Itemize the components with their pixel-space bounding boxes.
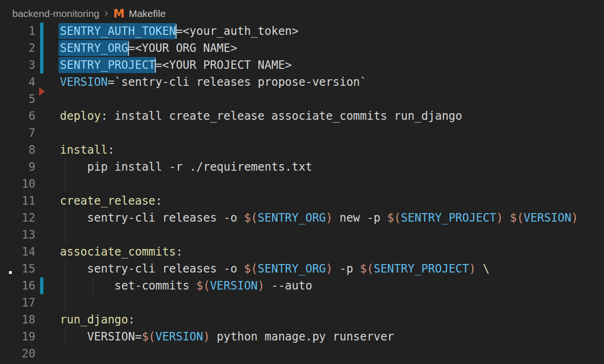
code-token: =`sentry-cli releases propose-version` bbox=[108, 75, 367, 89]
code-text: run_django: bbox=[60, 311, 135, 328]
code-token: ) bbox=[203, 330, 210, 343]
line-number[interactable]: 12 bbox=[0, 209, 35, 226]
code-text: install: bbox=[60, 141, 115, 158]
code-line[interactable]: 19 VERSION=$(VERSION) python manage.py r… bbox=[0, 328, 604, 345]
code-token: new -p bbox=[333, 211, 387, 224]
code-token: install bbox=[60, 143, 108, 157]
gutter-modified-indicator bbox=[40, 40, 43, 57]
code-token: VERSION bbox=[524, 211, 571, 224]
code-token: -p bbox=[333, 262, 360, 275]
code-text: sentry-cli releases -o $(SENTRY_ORG) -p … bbox=[60, 260, 489, 277]
code-token: $( bbox=[196, 279, 210, 292]
code-token: deploy bbox=[60, 109, 101, 123]
code-lines[interactable]: 1SENTRY_AUTH_TOKEN=<your_auth_token>2SEN… bbox=[0, 23, 604, 362]
line-number[interactable]: 5 bbox=[0, 91, 35, 108]
indent-guide bbox=[65, 294, 66, 311]
code-line[interactable]: 5 bbox=[0, 91, 604, 108]
code-token: --auto bbox=[265, 279, 312, 292]
code-token: sentry-cli releases -o bbox=[60, 211, 244, 224]
code-token: \ bbox=[483, 262, 489, 275]
line-number[interactable]: 15 bbox=[0, 260, 35, 277]
code-token: =<your_auth_token> bbox=[176, 25, 299, 38]
code-token: SENTRY_PROJECT bbox=[374, 262, 469, 275]
code-token: SENTRY_AUTH_TOKEN bbox=[60, 23, 176, 39]
code-line[interactable]: 3SENTRY_PROJECT=<YOUR PROJECT NAME> bbox=[0, 57, 604, 74]
line-number[interactable]: 13 bbox=[0, 226, 35, 243]
gutter-modified-indicator bbox=[40, 57, 43, 74]
code-text: pip install -r ./requirements.txt bbox=[60, 158, 312, 175]
line-number[interactable]: 19 bbox=[0, 328, 35, 345]
breadcrumb: backend-monitoring › M Makefile bbox=[0, 0, 604, 25]
code-line[interactable]: 18run_django: bbox=[0, 311, 604, 328]
code-line[interactable]: 20 bbox=[0, 345, 604, 362]
breadcrumb-file[interactable]: Makefile bbox=[129, 8, 166, 19]
line-number[interactable]: 16 bbox=[0, 277, 35, 294]
code-line[interactable]: 9 pip install -r ./requirements.txt bbox=[0, 158, 604, 175]
line-number[interactable]: 18 bbox=[0, 311, 35, 328]
code-token: : bbox=[108, 143, 114, 157]
line-number[interactable]: 3 bbox=[0, 57, 35, 74]
code-line[interactable]: 11create_release: bbox=[0, 192, 604, 209]
code-text: sentry-cli releases -o $(SENTRY_ORG) new… bbox=[60, 209, 578, 226]
code-token: python manage.py runserver bbox=[210, 330, 394, 343]
code-line[interactable]: 6deploy: install create_release associat… bbox=[0, 108, 604, 124]
code-token: $( bbox=[244, 262, 258, 275]
code-line[interactable]: 12 sentry-cli releases -o $(SENTRY_ORG) … bbox=[0, 209, 604, 226]
code-token: : bbox=[128, 313, 135, 326]
gutter-modified-indicator bbox=[40, 23, 43, 40]
code-text: VERSION=$(VERSION) python manage.py runs… bbox=[60, 328, 394, 345]
code-line[interactable]: 16 set-commits $(VERSION) --auto bbox=[0, 277, 604, 294]
code-line[interactable]: 13 bbox=[0, 226, 604, 243]
code-token: $( bbox=[244, 211, 258, 224]
code-token: SENTRY_ORG bbox=[258, 211, 326, 224]
line-number[interactable]: 14 bbox=[0, 243, 35, 260]
code-token bbox=[503, 211, 510, 224]
code-line[interactable]: 10 bbox=[0, 175, 604, 192]
line-number[interactable]: 7 bbox=[0, 124, 35, 141]
code-token: $( bbox=[510, 211, 524, 224]
code-line[interactable]: 8install: bbox=[0, 141, 604, 158]
code-token: VERSION bbox=[210, 279, 258, 292]
line-number[interactable]: 4 bbox=[0, 74, 35, 91]
code-token: SENTRY_ORG bbox=[60, 40, 128, 56]
code-token: VERSION= bbox=[60, 330, 142, 343]
code-line[interactable]: 1SENTRY_AUTH_TOKEN=<your_auth_token> bbox=[0, 23, 604, 40]
makefile-icon: M bbox=[113, 8, 125, 19]
code-token: ) bbox=[496, 211, 503, 224]
breadcrumb-folder[interactable]: backend-monitoring bbox=[12, 8, 99, 19]
code-line[interactable]: 2SENTRY_ORG=<YOUR ORG NAME> bbox=[0, 40, 604, 57]
code-token: =<YOUR ORG NAME> bbox=[128, 41, 237, 55]
line-number[interactable]: 20 bbox=[0, 345, 35, 362]
line-number[interactable]: 9 bbox=[0, 158, 35, 175]
indent-guide bbox=[65, 226, 66, 243]
code-token: create_release bbox=[60, 194, 155, 207]
line-number[interactable]: 17 bbox=[0, 294, 35, 311]
code-token: VERSION bbox=[60, 75, 108, 89]
code-token: SENTRY_ORG bbox=[258, 262, 326, 275]
line-number[interactable]: 10 bbox=[0, 175, 35, 192]
code-text: create_release: bbox=[60, 192, 162, 209]
code-text: SENTRY_ORG=<YOUR ORG NAME> bbox=[60, 40, 237, 57]
line-number[interactable]: 11 bbox=[0, 192, 35, 209]
code-line[interactable]: 15 sentry-cli releases -o $(SENTRY_ORG) … bbox=[0, 260, 604, 277]
code-line[interactable]: 14associate_commits: bbox=[0, 243, 604, 260]
red-triangle-marker bbox=[39, 87, 45, 96]
line-number[interactable]: 8 bbox=[0, 141, 35, 158]
code-token: SENTRY_PROJECT bbox=[401, 211, 496, 224]
code-line[interactable]: 4VERSION=`sentry-cli releases propose-ve… bbox=[0, 74, 604, 91]
code-text: set-commits $(VERSION) --auto bbox=[60, 277, 312, 294]
code-token: : bbox=[176, 245, 183, 258]
code-token: ) bbox=[469, 262, 476, 275]
code-token: $( bbox=[142, 330, 155, 343]
code-token: =<YOUR PROJECT NAME> bbox=[155, 58, 292, 72]
code-token: associate_commits bbox=[60, 245, 176, 258]
code-token: ) bbox=[258, 279, 264, 292]
gutter-modified-indicator bbox=[40, 277, 43, 294]
line-number[interactable]: 1 bbox=[0, 23, 35, 40]
code-line[interactable]: 7 bbox=[0, 124, 604, 141]
line-number[interactable]: 2 bbox=[0, 40, 35, 57]
code-line[interactable]: 17 bbox=[0, 294, 604, 311]
editor-window: backend-monitoring › M Makefile 1SENTRY_… bbox=[0, 0, 604, 364]
line-number[interactable]: 6 bbox=[0, 108, 35, 124]
stray-dot bbox=[9, 271, 12, 274]
